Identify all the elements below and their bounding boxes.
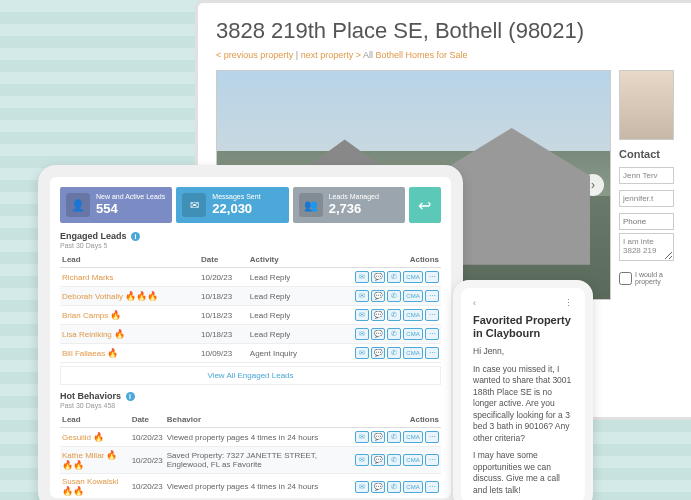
call-action-button[interactable]: ✆ — [387, 431, 401, 443]
more-action-button[interactable]: ⋯ — [425, 271, 439, 283]
lead-behavior: Viewed property pages 4 times in 24 hour… — [165, 428, 353, 447]
cma-action-button[interactable]: CMA — [403, 309, 423, 321]
table-row[interactable]: Susan Kowalski 🔥🔥10/20/23Viewed property… — [60, 474, 441, 500]
lead-activity: Lead Reply — [248, 325, 319, 344]
chat-action-button[interactable]: 💬 — [371, 347, 385, 359]
lead-date: 10/18/23 — [199, 306, 248, 325]
lead-name-link[interactable]: Bill Fallaeas — [62, 349, 105, 358]
cma-action-button[interactable]: CMA — [403, 328, 423, 340]
email-action-button[interactable]: ✉ — [355, 481, 369, 493]
contact-email-field[interactable] — [619, 190, 674, 207]
message-body-2: I may have some opportunities we can dis… — [473, 450, 573, 496]
lead-behavior: Viewed property pages 4 times in 24 hour… — [165, 474, 353, 500]
view-all-engaged-link[interactable]: View All Engaged Leads — [60, 366, 441, 385]
table-row[interactable]: Brian Camps 🔥10/18/23Lead Reply✉💬✆CMA⋯ — [60, 306, 441, 325]
agent-photo — [619, 70, 674, 140]
lead-date: 10/20/23 — [130, 428, 165, 447]
email-action-button[interactable]: ✉ — [355, 328, 369, 340]
hot-table: Lead Date Behavior Actions Gesuiiid 🔥10/… — [60, 412, 441, 500]
chat-action-button[interactable]: 💬 — [371, 481, 385, 493]
contact-phone-field[interactable] — [619, 213, 674, 230]
chat-action-button[interactable]: 💬 — [371, 431, 385, 443]
email-action-button[interactable]: ✉ — [355, 290, 369, 302]
stat-refresh-button[interactable]: ↩ — [409, 187, 441, 223]
more-action-button[interactable]: ⋯ — [425, 290, 439, 302]
table-row[interactable]: Gesuiiid 🔥10/20/23Viewed property pages … — [60, 428, 441, 447]
photo-next-button[interactable]: › — [582, 174, 604, 196]
call-action-button[interactable]: ✆ — [387, 454, 401, 466]
lead-name-link[interactable]: Susan Kowalski — [62, 477, 118, 486]
call-action-button[interactable]: ✆ — [387, 271, 401, 283]
message-greeting: Hi Jenn, — [473, 346, 573, 357]
lead-behavior: Saved Property: 7327 JANETTE STREET, Eng… — [165, 447, 353, 474]
back-button[interactable]: ‹ — [473, 298, 476, 308]
call-action-button[interactable]: ✆ — [387, 328, 401, 340]
menu-button[interactable]: ⋮ — [564, 298, 573, 308]
all-homes-link[interactable]: Bothell Homes for Sale — [375, 50, 467, 60]
lead-activity: Lead Reply — [248, 268, 319, 287]
lead-name-link[interactable]: Gesuiiid — [62, 433, 91, 442]
more-action-button[interactable]: ⋯ — [425, 328, 439, 340]
table-row[interactable]: Richard Marks 10/20/23Lead Reply✉💬✆CMA⋯ — [60, 268, 441, 287]
email-action-button[interactable]: ✉ — [355, 271, 369, 283]
email-action-button[interactable]: ✉ — [355, 431, 369, 443]
more-action-button[interactable]: ⋯ — [425, 481, 439, 493]
stat-value: 22,030 — [212, 201, 260, 217]
chat-action-button[interactable]: 💬 — [371, 328, 385, 340]
col-activity[interactable]: Activity — [248, 252, 319, 268]
envelope-icon: ✉ — [182, 193, 206, 217]
cma-action-button[interactable]: CMA — [403, 290, 423, 302]
call-action-button[interactable]: ✆ — [387, 481, 401, 493]
lead-name-link[interactable]: Richard Marks — [62, 273, 114, 282]
stat-value: 554 — [96, 201, 165, 217]
stat-messages[interactable]: ✉ Messages Sent22,030 — [176, 187, 288, 223]
more-action-button[interactable]: ⋯ — [425, 309, 439, 321]
contact-name-field[interactable] — [619, 167, 674, 184]
cma-action-button[interactable]: CMA — [403, 481, 423, 493]
lead-name-link[interactable]: Brian Camps — [62, 311, 108, 320]
cma-action-button[interactable]: CMA — [403, 271, 423, 283]
call-action-button[interactable]: ✆ — [387, 347, 401, 359]
table-row[interactable]: Lisa Reiniking 🔥10/18/23Lead Reply✉💬✆CMA… — [60, 325, 441, 344]
lead-date: 10/20/23 — [130, 447, 165, 474]
lead-name-link[interactable]: Deborah Vothally — [62, 292, 123, 301]
chat-action-button[interactable]: 💬 — [371, 271, 385, 283]
col-lead[interactable]: Lead — [60, 412, 130, 428]
col-date[interactable]: Date — [130, 412, 165, 428]
cma-action-button[interactable]: CMA — [403, 454, 423, 466]
info-icon[interactable]: i — [126, 392, 135, 401]
call-action-button[interactable]: ✆ — [387, 309, 401, 321]
more-action-button[interactable]: ⋯ — [425, 454, 439, 466]
next-property-link[interactable]: next property > — [301, 50, 361, 60]
col-date[interactable]: Date — [199, 252, 248, 268]
table-row[interactable]: Bill Fallaeas 🔥10/09/23Agent Inquiry✉💬✆C… — [60, 344, 441, 363]
email-action-button[interactable]: ✉ — [355, 309, 369, 321]
chat-action-button[interactable]: 💬 — [371, 290, 385, 302]
call-action-button[interactable]: ✆ — [387, 290, 401, 302]
lead-name-link[interactable]: Lisa Reiniking — [62, 330, 112, 339]
fire-icon: 🔥 — [110, 310, 121, 320]
chat-action-button[interactable]: 💬 — [371, 454, 385, 466]
stats-row: 👤 New and Active Leads554 ✉ Messages Sen… — [60, 187, 441, 223]
table-row[interactable]: Kathe Millar 🔥🔥🔥10/20/23Saved Property: … — [60, 447, 441, 474]
lead-name-link[interactable]: Kathe Millar — [62, 451, 104, 460]
contact-message-field[interactable]: I am inte 3828 219 — [619, 233, 674, 261]
stat-managed[interactable]: 👥 Leads Managed2,736 — [293, 187, 405, 223]
prev-property-link[interactable]: < previous property — [216, 50, 293, 60]
engaged-heading: Engaged Leads i — [60, 231, 441, 241]
stat-label: Leads Managed — [329, 193, 379, 201]
financing-checkbox[interactable] — [619, 272, 632, 285]
cma-action-button[interactable]: CMA — [403, 431, 423, 443]
chat-action-button[interactable]: 💬 — [371, 309, 385, 321]
info-icon[interactable]: i — [131, 232, 140, 241]
stat-new-leads[interactable]: 👤 New and Active Leads554 — [60, 187, 172, 223]
table-row[interactable]: Deborah Vothally 🔥🔥🔥10/18/23Lead Reply✉💬… — [60, 287, 441, 306]
email-action-button[interactable]: ✉ — [355, 347, 369, 359]
more-action-button[interactable]: ⋯ — [425, 431, 439, 443]
lead-activity: Lead Reply — [248, 287, 319, 306]
col-behavior[interactable]: Behavior — [165, 412, 353, 428]
col-lead[interactable]: Lead — [60, 252, 199, 268]
email-action-button[interactable]: ✉ — [355, 454, 369, 466]
cma-action-button[interactable]: CMA — [403, 347, 423, 359]
more-action-button[interactable]: ⋯ — [425, 347, 439, 359]
